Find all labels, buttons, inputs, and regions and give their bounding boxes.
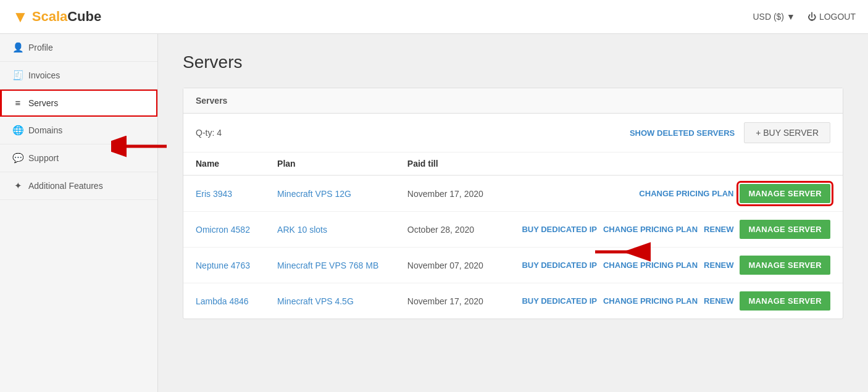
server-name-link[interactable]: Neptune 4763 <box>196 261 250 270</box>
server-paid-till-cell: November 17, 2020 <box>395 175 499 212</box>
servers-table: Name Plan Paid till Eris 3943Minecraft V… <box>183 152 843 319</box>
server-name-cell: Neptune 4763 <box>183 248 265 283</box>
currency-selector[interactable]: USD ($) ▼ <box>753 12 795 22</box>
server-plan-link[interactable]: Minecraft VPS 4.5G <box>277 296 354 306</box>
server-plan-cell: ARK 10 slots <box>265 212 395 248</box>
renew-button[interactable]: RENEW <box>704 296 733 306</box>
server-actions-cell: BUY DEDICATED IPCHANGE PRICING PLANRENEW… <box>499 283 843 319</box>
server-plan-link[interactable]: Minecraft VPS 12G <box>277 189 351 199</box>
logout-icon: ⏻ <box>807 12 816 22</box>
server-name-cell: Lambda 4846 <box>183 283 265 319</box>
logo-icon: ▼ <box>12 7 28 27</box>
sidebar-item-invoices[interactable]: 🧾 Invoices <box>0 62 157 90</box>
show-deleted-button[interactable]: SHOW DELETED SERVERS <box>630 128 735 138</box>
logout-label: LOGOUT <box>819 12 856 22</box>
sidebar-item-label-servers: Servers <box>28 98 58 108</box>
change-pricing-plan-button[interactable]: CHANGE PRICING PLAN <box>603 225 698 234</box>
currency-label: USD ($) <box>753 12 784 22</box>
renew-button[interactable]: RENEW <box>704 225 733 234</box>
server-plan-cell: Minecraft PE VPS 768 MB <box>265 248 395 283</box>
panel-toolbar: Q-ty: 4 SHOW DELETED SERVERS + BUY SERVE… <box>183 114 843 152</box>
table-row: Eris 3943Minecraft VPS 12GNovember 17, 2… <box>183 175 843 212</box>
col-name: Name <box>183 152 265 175</box>
servers-icon: ≡ <box>12 98 23 108</box>
manage-server-button[interactable]: MANAGE SERVER <box>740 256 830 275</box>
sidebar: 👤 Profile 🧾 Invoices ≡ Servers 🌐 Domains… <box>0 34 158 392</box>
change-pricing-plan-button[interactable]: CHANGE PRICING PLAN <box>603 261 698 270</box>
server-name-cell: Omicron 4582 <box>183 212 265 248</box>
logo: ▼ ScalaCube <box>12 7 101 27</box>
panel-header: Servers <box>183 88 843 114</box>
buy-dedicated-ip-button[interactable]: BUY DEDICATED IP <box>522 261 597 270</box>
logo-scala: Scala <box>32 9 68 25</box>
server-plan-cell: Minecraft VPS 4.5G <box>265 283 395 319</box>
table-row: Neptune 4763Minecraft PE VPS 768 MBNovem… <box>183 248 843 283</box>
person-icon: 👤 <box>12 42 23 53</box>
invoices-icon: 🧾 <box>12 70 23 81</box>
server-paid-till-cell: November 17, 2020 <box>395 283 499 319</box>
sidebar-item-domains[interactable]: 🌐 Domains <box>0 117 157 144</box>
domains-icon: 🌐 <box>12 125 23 136</box>
sidebar-item-label-profile: Profile <box>28 43 53 52</box>
renew-button[interactable]: RENEW <box>704 261 733 270</box>
layout: 👤 Profile 🧾 Invoices ≡ Servers 🌐 Domains… <box>0 34 868 392</box>
sidebar-item-additional-features[interactable]: ✦ Additional Features <box>0 172 157 200</box>
server-plan-cell: Minecraft VPS 12G <box>265 175 395 212</box>
col-paid-till: Paid till <box>395 152 499 175</box>
server-name-cell: Eris 3943 <box>183 175 265 212</box>
currency-arrow-icon: ▼ <box>787 12 795 22</box>
server-paid-till-cell: November 07, 2020 <box>395 248 499 283</box>
support-icon: 💬 <box>12 152 23 164</box>
table-row: Omicron 4582ARK 10 slotsOctober 28, 2020… <box>183 212 843 248</box>
qty-label: Q-ty: 4 <box>196 128 222 138</box>
change-pricing-plan-button[interactable]: CHANGE PRICING PLAN <box>603 296 698 306</box>
col-actions <box>499 152 843 175</box>
logo-cube: Cube <box>67 9 101 25</box>
toolbar-actions: SHOW DELETED SERVERS + BUY SERVER <box>630 122 830 143</box>
table-header-row: Name Plan Paid till <box>183 152 843 175</box>
additional-features-icon: ✦ <box>12 180 23 191</box>
server-paid-till-cell: October 28, 2020 <box>395 212 499 248</box>
manage-server-button[interactable]: MANAGE SERVER <box>740 291 830 311</box>
sidebar-item-label-invoices: Invoices <box>28 70 60 80</box>
servers-panel: Servers Q-ty: 4 SHOW DELETED SERVERS + B… <box>183 88 843 319</box>
col-plan: Plan <box>265 152 395 175</box>
server-name-link[interactable]: Lambda 4846 <box>196 296 249 306</box>
server-name-link[interactable]: Omicron 4582 <box>196 225 250 235</box>
buy-dedicated-ip-button[interactable]: BUY DEDICATED IP <box>522 225 597 234</box>
server-actions-cell: BUY DEDICATED IPCHANGE PRICING PLANRENEW… <box>499 212 843 248</box>
logout-button[interactable]: ⏻ LOGOUT <box>807 12 856 22</box>
sidebar-item-label-domains: Domains <box>28 125 62 135</box>
server-actions-cell: CHANGE PRICING PLANMANAGE SERVER <box>499 175 843 212</box>
header: ▼ ScalaCube USD ($) ▼ ⏻ LOGOUT <box>0 0 868 34</box>
buy-server-button[interactable]: + BUY SERVER <box>744 122 830 143</box>
server-plan-link[interactable]: Minecraft PE VPS 768 MB <box>277 261 378 270</box>
server-name-link[interactable]: Eris 3943 <box>196 189 232 199</box>
manage-server-button[interactable]: MANAGE SERVER <box>740 184 830 203</box>
server-actions-cell: BUY DEDICATED IPCHANGE PRICING PLANRENEW… <box>499 248 843 283</box>
header-right: USD ($) ▼ ⏻ LOGOUT <box>753 12 856 22</box>
main-content: Servers Servers Q-ty: 4 SHOW DELETED SER… <box>158 34 868 392</box>
sidebar-item-profile[interactable]: 👤 Profile <box>0 34 157 62</box>
sidebar-item-label-support: Support <box>28 153 59 163</box>
sidebar-item-servers[interactable]: ≡ Servers <box>0 90 157 117</box>
buy-dedicated-ip-button[interactable]: BUY DEDICATED IP <box>522 296 597 306</box>
server-plan-link[interactable]: ARK 10 slots <box>277 225 327 235</box>
manage-server-button[interactable]: MANAGE SERVER <box>740 220 830 239</box>
sidebar-item-support[interactable]: 💬 Support <box>0 144 157 172</box>
table-row: Lambda 4846Minecraft VPS 4.5GNovember 17… <box>183 283 843 319</box>
change-pricing-plan-button[interactable]: CHANGE PRICING PLAN <box>639 189 733 198</box>
sidebar-item-label-additional-features: Additional Features <box>28 181 103 191</box>
page-title: Servers <box>183 52 843 72</box>
